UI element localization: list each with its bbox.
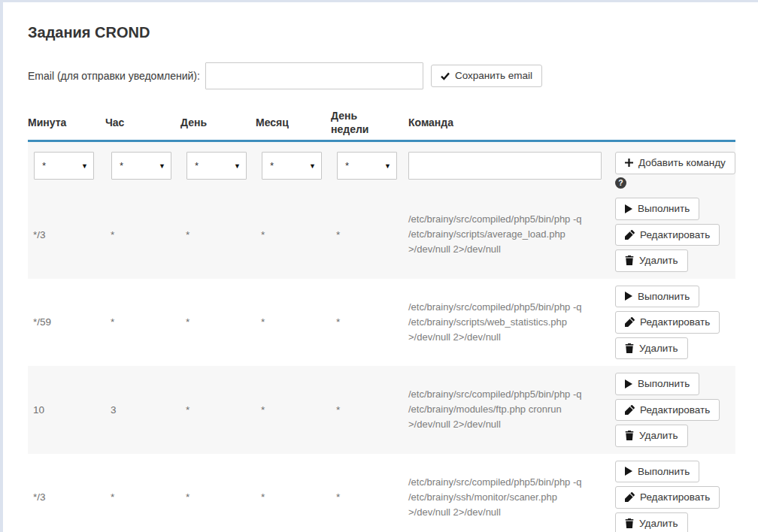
delete-button[interactable]: Удалить xyxy=(615,425,688,447)
trash-icon xyxy=(625,343,634,353)
header-command: Команда xyxy=(408,116,608,129)
cell-day: * xyxy=(180,491,256,503)
minute-select[interactable]: * xyxy=(34,152,94,180)
cell-weekday: * xyxy=(331,229,408,240)
delete-button[interactable]: Удалить xyxy=(615,337,688,360)
edit-button[interactable]: Редактировать xyxy=(615,399,720,422)
table-header-row: Минута Час День Месяц День недели Команд… xyxy=(28,107,735,142)
cell-minute: */3 xyxy=(28,491,105,503)
edit-button[interactable]: Редактировать xyxy=(615,311,720,334)
delete-button[interactable]: Удалить xyxy=(615,249,688,272)
cell-month: * xyxy=(256,491,331,503)
email-input[interactable] xyxy=(205,62,423,89)
day-select[interactable]: * xyxy=(186,152,247,180)
trash-icon xyxy=(625,431,634,440)
cell-day: * xyxy=(180,404,256,416)
email-section: Email (для отправки уведомлений): Сохран… xyxy=(28,62,758,89)
cell-weekday: * xyxy=(331,316,408,328)
table-row: */3 * * * * /etc/brainy/src/compiled/php… xyxy=(28,191,735,279)
command-input[interactable] xyxy=(408,152,602,180)
table-row: */3 * * * * /etc/brainy/src/compiled/php… xyxy=(28,454,735,532)
run-button[interactable]: Выполнить xyxy=(615,373,699,395)
check-icon xyxy=(441,72,450,80)
play-icon xyxy=(625,292,632,301)
month-select[interactable]: * xyxy=(262,152,322,180)
play-icon xyxy=(625,379,632,388)
cell-day: * xyxy=(180,316,256,328)
cell-month: * xyxy=(256,229,331,240)
cell-month: * xyxy=(256,404,331,416)
cell-hour: * xyxy=(105,491,180,503)
row-actions: Выполнить Редактировать Удалить xyxy=(608,279,735,367)
row-actions: Выполнить Редактировать Удалить xyxy=(608,366,735,454)
cell-hour: * xyxy=(105,229,180,240)
play-icon xyxy=(625,467,632,476)
play-icon xyxy=(625,204,632,213)
pencil-icon xyxy=(625,405,635,415)
add-command-row: * ▼ * ▼ * ▼ * ▼ xyxy=(28,142,735,191)
cell-command: /etc/brainy/src/compiled/php5/bin/php -q… xyxy=(408,300,608,345)
edit-button[interactable]: Редактировать xyxy=(615,486,720,509)
page-title: Задания CROND xyxy=(28,24,758,41)
header-hour: Час xyxy=(105,116,180,129)
cell-month: * xyxy=(256,316,331,328)
pencil-icon xyxy=(625,317,635,327)
pencil-icon xyxy=(625,492,635,502)
email-label: Email (для отправки уведомлений): xyxy=(28,70,200,82)
cell-day: * xyxy=(180,229,256,240)
run-button[interactable]: Выполнить xyxy=(615,198,699,220)
cell-hour: 3 xyxy=(105,404,180,416)
save-email-label: Сохранить email xyxy=(455,71,532,81)
row-actions: Выполнить Редактировать Удалить xyxy=(608,454,735,532)
header-minute: Минута xyxy=(28,116,105,129)
save-email-button[interactable]: Сохранить email xyxy=(431,65,542,87)
cell-weekday: * xyxy=(331,404,408,416)
header-month: Месяц xyxy=(256,116,331,129)
cell-minute: 10 xyxy=(28,404,105,416)
header-weekday: День недели xyxy=(331,109,408,136)
table-row: 10 3 * * * /etc/brainy/src/compiled/php5… xyxy=(28,366,735,454)
plus-icon xyxy=(625,159,633,167)
pencil-icon xyxy=(625,230,635,240)
cell-command: /etc/brainy/src/compiled/php5/bin/php -q… xyxy=(408,475,608,520)
cron-table: Минута Час День Месяц День недели Команд… xyxy=(28,107,735,532)
cell-command: /etc/brainy/src/compiled/php5/bin/php -q… xyxy=(408,212,608,257)
run-button[interactable]: Выполнить xyxy=(615,286,699,308)
hour-select[interactable]: * xyxy=(111,152,171,180)
add-command-button[interactable]: Добавить команду xyxy=(615,152,735,174)
delete-button[interactable]: Удалить xyxy=(615,512,688,532)
run-button[interactable]: Выполнить xyxy=(615,461,699,483)
cell-hour: * xyxy=(105,316,180,328)
cell-minute: */59 xyxy=(28,316,105,328)
edit-button[interactable]: Редактировать xyxy=(615,224,720,246)
cell-weekday: * xyxy=(331,491,408,503)
help-icon[interactable]: ? xyxy=(615,177,626,189)
table-row: */59 * * * * /etc/brainy/src/compiled/ph… xyxy=(28,279,735,367)
row-actions: Выполнить Редактировать Удалить xyxy=(608,191,735,279)
cell-command: /etc/brainy/src/compiled/php5/bin/php -q… xyxy=(408,387,608,432)
add-command-label: Добавить команду xyxy=(638,158,726,168)
cell-minute: */3 xyxy=(28,229,105,240)
trash-icon xyxy=(625,518,634,528)
header-day: День xyxy=(180,116,256,129)
weekday-select[interactable]: * xyxy=(337,152,397,180)
trash-icon xyxy=(625,255,634,265)
crond-page: Задания CROND Email (для отправки уведом… xyxy=(3,2,758,532)
